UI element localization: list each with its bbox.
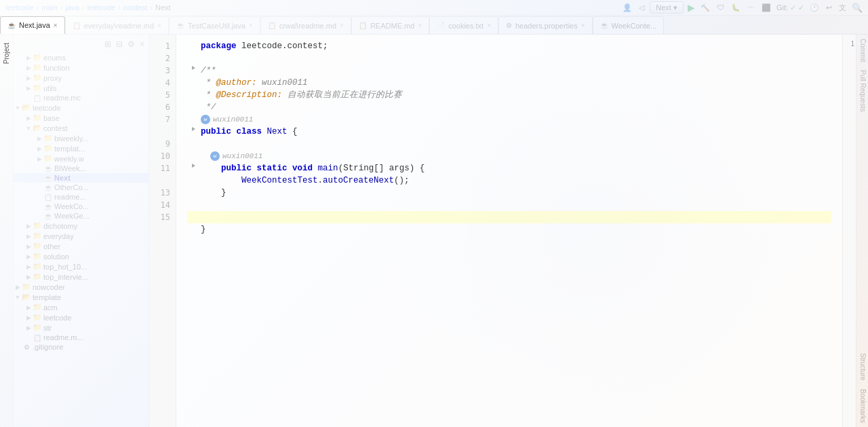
- tree-item-weekly[interactable]: ▶ 📁 weekly.w: [14, 153, 149, 164]
- tab-label: crwal\readme.md: [279, 22, 336, 30]
- tree-item-top-intervie[interactable]: ▶ 📁 top_intervie...: [14, 272, 149, 282]
- tab-everyday-readme[interactable]: 📋 everyday\readme.md ×: [65, 16, 169, 34]
- tree-item-everyday[interactable]: ▶ 📁 everyday: [14, 231, 149, 241]
- tree-item-nowcoder[interactable]: ▶ 📁 nowcoder: [14, 282, 149, 292]
- code-line-13: [187, 211, 831, 223]
- svg-marker-0: [192, 66, 195, 70]
- tree-item-blweek[interactable]: ▶ ☕ BlWeek...: [14, 164, 149, 173]
- chevron-right-icon: ▶: [24, 75, 33, 81]
- build-icon[interactable]: 🔨: [699, 2, 711, 14]
- tab-readme[interactable]: 📋 README.md ×: [351, 16, 429, 34]
- chevron-right-icon: ▶: [24, 314, 33, 321]
- left-panel-rail: Project: [0, 35, 14, 427]
- tree-item-solution[interactable]: ▶ 📁 solution: [14, 251, 149, 261]
- tree-item-str[interactable]: ▶ 📁 str: [14, 322, 149, 333]
- md-file-icon: 📋: [43, 193, 53, 201]
- editor-content[interactable]: package leetcode.contest; /**: [176, 35, 842, 427]
- tab-close[interactable]: ×: [581, 22, 585, 29]
- chevron-right-icon: ▶: [24, 223, 33, 229]
- chevron-right-icon: ▶: [24, 304, 33, 311]
- translate-icon[interactable]: 文: [837, 1, 848, 14]
- tree-item-biweekly[interactable]: ▶ 📁 biweekly...: [14, 133, 149, 143]
- run-button[interactable]: ▶: [688, 2, 695, 13]
- tab-weekconte[interactable]: ☕ WeekConte...: [593, 16, 664, 34]
- coverage-icon[interactable]: 🛡: [715, 2, 726, 13]
- right-gutter: 1: [842, 35, 856, 427]
- structure-panel-label[interactable]: Structure: [856, 349, 868, 385]
- settings-btn[interactable]: ⚙: [126, 39, 136, 50]
- tree-item-weekge[interactable]: ▶ ☕ WeekGe...: [14, 211, 149, 221]
- java-icon: ☕: [600, 22, 608, 29]
- tree-item-readme-tmpl[interactable]: ▶ 📋 readme.m...: [14, 333, 149, 342]
- tree-item-leetcode-tmpl[interactable]: ▶ 📁 leetcode: [14, 312, 149, 322]
- folder-icon: 📁: [33, 231, 42, 240]
- tree-item-dichotomy[interactable]: ▶ 📁 dichotomy: [14, 221, 149, 231]
- more-icon[interactable]: ⋯: [746, 2, 756, 14]
- tree-item-gitignore[interactable]: ▶ ⚙ .gitignore: [14, 342, 149, 352]
- person-icon[interactable]: 👤: [621, 2, 633, 14]
- pull-requests-label[interactable]: Pull Requests: [856, 66, 868, 116]
- commit-panel-label[interactable]: Commit: [856, 35, 868, 66]
- breadcrumb-contest[interactable]: contest: [123, 3, 147, 12]
- txt-icon: 📄: [437, 22, 445, 29]
- file-tree: ⊞ ⊟ ⚙ × ▶ 📁 enums ▶ 📁 function ▶: [14, 35, 149, 427]
- tab-close[interactable]: ×: [54, 22, 58, 29]
- tab-bar: ☕ Next.java × 📋 everyday\readme.md × ☕ T…: [0, 16, 868, 35]
- right-panel-rail: Commit Pull Requests Structure Bookmarks: [856, 35, 868, 427]
- expand-all-btn[interactable]: ⊞: [103, 39, 113, 50]
- svg-marker-2: [192, 164, 195, 168]
- tree-item-contest[interactable]: ▼ 📂 contest: [14, 123, 149, 133]
- tab-next-java[interactable]: ☕ Next.java ×: [0, 16, 65, 34]
- tree-item-proxy[interactable]: ▶ 📁 proxy: [14, 73, 149, 83]
- next-button[interactable]: Next ▾: [650, 1, 684, 14]
- tab-close[interactable]: ×: [487, 22, 491, 29]
- close-panel-btn[interactable]: ×: [138, 39, 146, 50]
- tree-item-next[interactable]: ▶ ☕ Next: [14, 173, 149, 183]
- tab-crwal-readme[interactable]: 📋 crwal\readme.md ×: [260, 16, 351, 34]
- line-marker: 1: [850, 40, 854, 48]
- back-icon[interactable]: ◁: [637, 2, 646, 14]
- chevron-right-icon: ▶: [24, 263, 33, 270]
- tab-label: everyday\readme.md: [84, 22, 154, 30]
- stop-icon[interactable]: ⬛: [760, 2, 772, 14]
- tree-item-base[interactable]: ▶ 📁 base: [14, 113, 149, 123]
- tab-close[interactable]: ×: [340, 22, 344, 29]
- md-file-icon: 📋: [33, 334, 42, 341]
- tree-item-function[interactable]: ▶ 📁 function: [14, 62, 149, 73]
- tree-item-other[interactable]: ▶ 📁 other: [14, 241, 149, 251]
- tree-item-template[interactable]: ▼ 📂 template: [14, 292, 149, 302]
- tree-item-readme-mc[interactable]: ▶ 📋 readme.mc: [14, 93, 149, 103]
- tree-item-enums[interactable]: ▶ 📁 enums: [14, 52, 149, 62]
- config-file-icon: ⚙: [22, 344, 31, 351]
- tree-item-templat[interactable]: ▶ 📁 templat...: [14, 143, 149, 153]
- undo-icon[interactable]: ↩: [825, 2, 833, 14]
- git-status: Git: ✓ ✓: [776, 3, 804, 12]
- tab-close[interactable]: ×: [418, 22, 422, 29]
- debug-icon[interactable]: 🐛: [730, 2, 742, 14]
- tree-item-acm[interactable]: ▶ 📁 acm: [14, 302, 149, 312]
- tree-item-top-hot[interactable]: ▶ 📁 top_hot_10...: [14, 261, 149, 272]
- breadcrumb-java[interactable]: java: [66, 3, 79, 12]
- breadcrumb-leetcode2[interactable]: leetcode: [87, 3, 116, 12]
- tab-close[interactable]: ×: [249, 22, 253, 29]
- bookmarks-label[interactable]: Bookmarks: [856, 385, 868, 427]
- java-file-icon: ☕: [43, 165, 53, 172]
- project-panel-label[interactable]: Project: [1, 37, 12, 69]
- breadcrumb-main[interactable]: main: [41, 3, 58, 12]
- tree-item-leetcode[interactable]: ▼ 📂 leetcode: [14, 103, 149, 113]
- tree-item-weekco[interactable]: ▶ ☕ WeekCo...: [14, 202, 149, 211]
- tree-item-utils[interactable]: ▶ 📁 utils: [14, 83, 149, 93]
- search-button[interactable]: 🔍: [852, 3, 863, 13]
- tab-testcase[interactable]: ☕ TestCaseUtil.java ×: [169, 16, 260, 34]
- history-icon[interactable]: 🕐: [808, 2, 821, 14]
- breadcrumb-leetcode[interactable]: leetcode: [5, 3, 34, 12]
- tab-close[interactable]: ×: [157, 22, 161, 29]
- folder-icon: 📁: [33, 83, 42, 92]
- tab-cookies[interactable]: 📄 cookies.txt ×: [429, 16, 498, 34]
- collapse-all-btn[interactable]: ⊟: [115, 39, 124, 50]
- tree-item-readme2[interactable]: ▶ 📋 readme...: [14, 192, 149, 202]
- folder-icon: 📁: [33, 221, 42, 230]
- tree-item-otherco[interactable]: ▶ ☕ OtherCo...: [14, 183, 149, 192]
- java-file-icon: ☕: [43, 203, 53, 210]
- tab-headers[interactable]: ⚙ headers.properties ×: [498, 16, 593, 34]
